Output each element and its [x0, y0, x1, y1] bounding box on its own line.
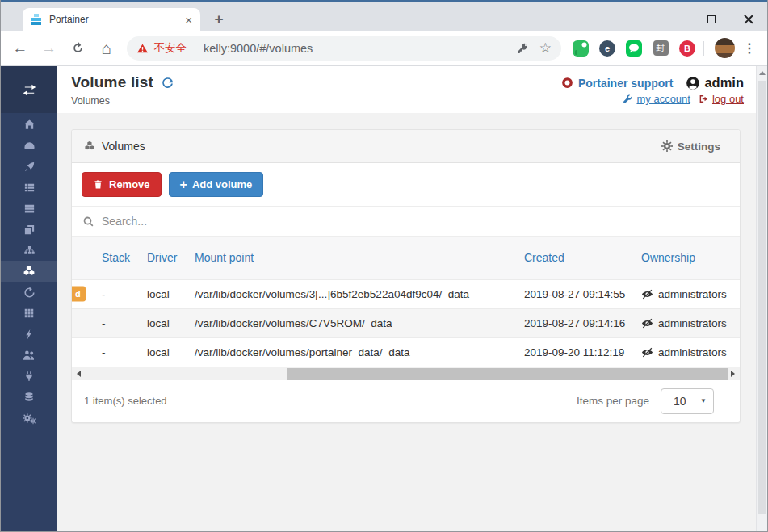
log-out-link[interactable]: log out [712, 93, 744, 105]
refresh-icon [161, 76, 174, 90]
column-header-ownership[interactable]: Ownership [641, 237, 740, 279]
sidebar-item-events[interactable] [1, 282, 57, 303]
sidebar-item-images[interactable] [1, 219, 57, 240]
sidebar-item-settings[interactable] [1, 408, 57, 429]
vertical-scrollbar-thumb[interactable] [758, 81, 766, 514]
sidebar-collapse-button[interactable] [1, 66, 57, 113]
window-controls [656, 5, 767, 33]
minimize-button[interactable] [656, 5, 693, 33]
reload-button[interactable] [66, 37, 89, 60]
evernote-extension-icon[interactable] [573, 40, 589, 57]
table-settings-button[interactable]: Settings [661, 140, 720, 153]
portainer-favicon-icon [31, 14, 42, 26]
refresh-button[interactable] [161, 76, 174, 90]
sidebar-item-containers[interactable] [1, 198, 57, 219]
unused-badge: d [72, 287, 86, 302]
home-button[interactable]: ⌂ [95, 37, 118, 60]
plus-icon: + [180, 178, 187, 191]
items-per-page-label: Items per page [577, 395, 649, 407]
tab-title: Portainer [49, 14, 185, 25]
maximize-button[interactable] [693, 5, 730, 33]
browser-menu-icon[interactable]: ⋮ [743, 40, 756, 56]
page-body: Volumes Settings Remove [57, 113, 767, 532]
gear-icon [661, 140, 673, 152]
database-icon [23, 392, 35, 403]
server-icon [23, 203, 36, 215]
seal-extension-icon[interactable]: 封 [653, 40, 669, 57]
table-row[interactable]: - local /var/lib/docker/volumes/portaine… [72, 337, 740, 367]
table-row[interactable]: - local /var/lib/docker/volumes/C7V5ROM/… [72, 308, 740, 337]
plug-icon [23, 371, 35, 382]
horizontal-scrollbar[interactable] [72, 367, 740, 380]
user-circle-icon [686, 76, 700, 90]
scroll-up-arrow-icon[interactable] [759, 71, 766, 75]
sidebar-item-users[interactable] [1, 345, 57, 366]
sitemap-icon [23, 245, 36, 257]
column-header-created[interactable]: Created [524, 237, 641, 279]
column-header-stack[interactable]: Stack [72, 237, 147, 279]
minimize-icon [670, 19, 679, 19]
b-circle-extension-icon[interactable]: B [679, 40, 695, 57]
address-bar[interactable]: 不安全 kelly:9000/#/volumes ☆ [127, 36, 561, 61]
remove-button[interactable]: Remove [82, 172, 162, 197]
cogs-icon [23, 412, 36, 425]
forward-button[interactable]: → [38, 37, 61, 60]
password-key-icon[interactable] [516, 42, 529, 55]
sidebar-item-home[interactable] [1, 114, 57, 135]
sidebar-item-dashboard[interactable] [1, 135, 57, 156]
items-per-page-select[interactable]: 10 ▼ [661, 388, 714, 414]
eye-slash-icon [641, 317, 653, 329]
scroll-right-arrow-icon[interactable] [726, 367, 740, 380]
my-account-link[interactable]: my account [636, 93, 690, 105]
panel-title: Volumes [102, 140, 145, 153]
th-list-icon [23, 182, 36, 194]
username-label: admin [704, 75, 744, 90]
e-circle-extension-icon[interactable]: e [599, 40, 615, 57]
search-input[interactable] [102, 215, 729, 228]
sidebar-item-app-templates[interactable] [1, 156, 57, 177]
dashboard-gauge-icon [23, 140, 36, 152]
sidebar-item-registries[interactable] [1, 387, 57, 408]
sidebar-item-volumes[interactable] [1, 261, 57, 282]
portainer-sidebar [1, 66, 57, 532]
close-icon [744, 15, 753, 24]
page-area: Volume list Volumes Port [1, 66, 767, 532]
sidebar-item-host[interactable] [1, 303, 57, 324]
main-content: Volume list Volumes Port [57, 66, 767, 532]
tab-close-icon[interactable]: × [185, 14, 192, 26]
sidebar-item-stacks[interactable] [1, 177, 57, 198]
search-icon [82, 216, 94, 228]
history-icon [23, 287, 36, 299]
column-header-mount-point[interactable]: Mount point [195, 237, 524, 279]
eye-slash-icon [641, 288, 653, 300]
sidebar-item-endpoints[interactable] [1, 366, 57, 387]
extensions-row: e 封 B ⋮ [573, 38, 761, 58]
close-button[interactable] [730, 5, 767, 33]
bookmark-star-icon[interactable]: ☆ [539, 40, 552, 57]
line-extension-icon[interactable] [626, 40, 642, 57]
horizontal-scrollbar-thumb[interactable] [287, 368, 728, 380]
browser-tab-portainer[interactable]: Portainer × [23, 8, 200, 31]
add-volume-button[interactable]: + Add volume [169, 172, 264, 197]
url-text[interactable]: kelly:9000/#/volumes [204, 42, 506, 55]
life-ring-icon [561, 77, 573, 89]
not-secure-label[interactable]: 不安全 [153, 41, 187, 56]
new-tab-button[interactable]: + [209, 10, 229, 29]
sidebar-menu [1, 113, 57, 429]
browser-profile-avatar[interactable] [715, 38, 735, 58]
column-header-driver[interactable]: Driver [147, 237, 195, 279]
table-row[interactable]: d - local /var/lib/docker/volumes/3[...]… [72, 279, 740, 308]
sidebar-item-networks[interactable] [1, 240, 57, 261]
not-secure-warning-icon [136, 43, 149, 54]
scroll-left-arrow-icon[interactable] [72, 367, 86, 380]
users-icon [23, 349, 36, 362]
back-button[interactable]: ← [9, 37, 31, 60]
selection-status: 1 item(s) selected [84, 395, 167, 407]
sidebar-item-extensions[interactable] [1, 324, 57, 345]
browser-toolbar: ← → ⌂ 不安全 kelly:9000/#/volumes ☆ [1, 31, 767, 66]
vertical-scrollbar[interactable] [756, 66, 767, 532]
portainer-support-link[interactable]: Portainer support [578, 77, 673, 90]
maximize-icon [707, 15, 716, 23]
bolt-icon [23, 329, 35, 340]
toolbar-separator [703, 41, 704, 56]
